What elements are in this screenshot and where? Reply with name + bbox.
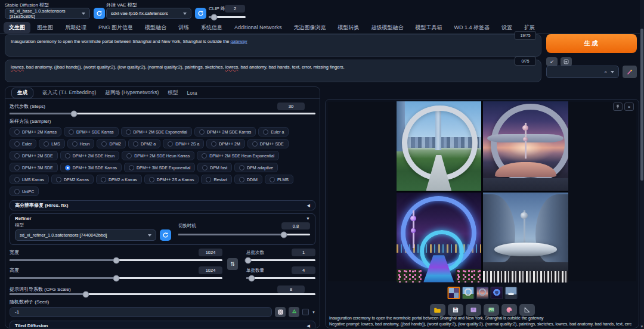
sampler-option[interactable]: LMS Karras: [10, 175, 49, 184]
sampler-option[interactable]: DPM++ 2M SDE Heun: [60, 151, 119, 160]
seed-input[interactable]: -1: [10, 307, 272, 317]
cfg-scale-slider[interactable]: [10, 293, 315, 295]
main-tab[interactable]: WD 1.4 标签器: [449, 22, 496, 33]
generated-image-3[interactable]: [397, 193, 482, 283]
slider-handle[interactable]: [280, 231, 287, 238]
sampler-option[interactable]: Heun: [67, 139, 95, 148]
scrollbar-thumb[interactable]: [640, 29, 643, 181]
vae-model-select[interactable]: sdxl-vae-fp16-fix.safetensors: [106, 8, 191, 19]
main-tab[interactable]: 后期处理: [60, 22, 92, 33]
random-seed-button[interactable]: [275, 307, 286, 317]
main-tab[interactable]: 文生图: [4, 22, 30, 33]
prompt-input[interactable]: Inauguration ceremony to open the wormho…: [5, 35, 541, 48]
slider-handle[interactable]: [83, 291, 89, 297]
height-slider[interactable]: [10, 277, 222, 279]
seed-extra-checkbox[interactable]: [302, 309, 309, 315]
batch-size-slider[interactable]: [246, 277, 315, 279]
width-slider[interactable]: [10, 259, 222, 261]
batch-count-slider[interactable]: [246, 259, 315, 261]
main-tab[interactable]: 系统信息: [196, 22, 228, 33]
settings-tab[interactable]: 超网络 (Hypernetworks): [105, 89, 159, 97]
clip-skip-slider[interactable]: [209, 16, 246, 18]
sampler-option[interactable]: DPM++ 2M SDE Heun Karras: [122, 151, 194, 160]
gallery-thumbnail[interactable]: [447, 287, 460, 299]
main-tab[interactable]: 模型转换: [333, 22, 365, 33]
sd-model-select[interactable]: sd_xl_base_1.0.safetensors [31e35c80fc]: [5, 8, 90, 19]
switch-at-value[interactable]: 0.8: [281, 222, 310, 229]
refresh-refiner-button[interactable]: [160, 229, 171, 241]
sampler-option[interactable]: DPM2 Karras: [51, 175, 94, 184]
slider-handle[interactable]: [210, 14, 217, 20]
sampler-option[interactable]: DPM2 a: [128, 139, 160, 148]
sampler-option[interactable]: DPM++ 3M SDE Exponential: [124, 163, 195, 172]
send-to-inpaint-button[interactable]: [501, 304, 517, 316]
styles-select[interactable]: ×: [546, 66, 619, 78]
main-tab[interactable]: 模型融合: [140, 22, 172, 33]
reuse-seed-button[interactable]: [289, 307, 299, 317]
settings-tab[interactable]: 嵌入式 (T.I. Embedding): [42, 89, 96, 97]
sampler-option[interactable]: Euler: [10, 139, 36, 148]
height-value[interactable]: 1024: [199, 266, 222, 274]
extension-accordion[interactable]: Tiled Diffusion ◀: [10, 321, 315, 328]
sampler-option[interactable]: DPM++ 2M SDE: [10, 151, 58, 160]
refiner-model-select[interactable]: sd_xl_refiner_1.0.safetensors [7440042bb…: [15, 229, 156, 241]
sampler-option[interactable]: DPM adaptive: [234, 163, 278, 172]
sampler-option[interactable]: Euler a: [258, 127, 289, 136]
close-gallery-button[interactable]: ×: [624, 103, 634, 111]
settings-tab[interactable]: 模型: [168, 89, 178, 97]
send-to-extras-button[interactable]: [519, 304, 535, 316]
batch-size-value[interactable]: 4: [292, 266, 315, 274]
sampler-option[interactable]: UniPC: [10, 187, 39, 196]
slider-handle[interactable]: [113, 275, 119, 281]
width-value[interactable]: 1024: [199, 249, 222, 256]
generated-image-2[interactable]: [483, 101, 568, 191]
main-tab[interactable]: 模型工具箱: [410, 22, 448, 33]
main-tab[interactable]: 图生图: [32, 22, 58, 33]
main-tab[interactable]: PNG 图片信息: [93, 22, 138, 33]
clip-skip-value[interactable]: 2: [225, 5, 245, 13]
hires-fix-accordion[interactable]: 高分辨率修复 (Hires. fix) ◀: [10, 200, 315, 210]
sampler-option[interactable]: DPM++ SDE: [247, 139, 289, 148]
settings-tab[interactable]: 生成: [11, 88, 33, 98]
generated-image-1[interactable]: [397, 101, 482, 191]
generate-button[interactable]: 生成: [546, 34, 637, 53]
gallery-thumbnail[interactable]: [490, 287, 503, 299]
sampler-option[interactable]: DPM++ 2M SDE Karras: [194, 127, 256, 136]
save-zip-button[interactable]: [466, 304, 481, 316]
sampler-option[interactable]: DPM fast: [197, 163, 232, 172]
send-to-img2img-button[interactable]: [484, 304, 499, 316]
refresh-vae-button[interactable]: [195, 8, 206, 19]
main-tab[interactable]: 训练: [173, 22, 194, 33]
sampler-option[interactable]: DDIM: [234, 175, 262, 184]
batch-count-value[interactable]: 1: [292, 249, 315, 256]
negative-prompt-input[interactable]: lowres, bad anatomy, ((bad hands)), (wor…: [5, 60, 541, 74]
extra-networks-button[interactable]: [561, 57, 572, 66]
sampler-option[interactable]: DPM++ 2S a Karras: [144, 175, 199, 184]
sampler-option[interactable]: DPM2: [97, 139, 125, 148]
switch-at-slider[interactable]: [178, 234, 310, 235]
paste-params-button[interactable]: ↙: [546, 57, 558, 66]
gallery-thumbnail[interactable]: [462, 287, 474, 299]
page-scrollbar[interactable]: ▼: [640, 0, 644, 329]
sampler-option[interactable]: DPM2 a Karras: [96, 175, 142, 184]
sampler-option[interactable]: DPM++ 2M: [206, 139, 244, 148]
scrollbar-down-arrow[interactable]: ▼: [640, 325, 644, 328]
slider-handle[interactable]: [70, 110, 77, 117]
main-tab[interactable]: 无边图像浏览: [289, 22, 332, 33]
save-button[interactable]: [448, 304, 463, 316]
swap-dimensions-button[interactable]: ⇅: [227, 258, 238, 270]
main-tab[interactable]: 超级模型融合: [366, 22, 409, 33]
sampler-option[interactable]: DPM++ 3M SDE Karras: [60, 163, 122, 172]
generated-image-4[interactable]: [483, 193, 568, 283]
sampler-option[interactable]: DPM++ 2M SDE Exponential: [121, 127, 192, 136]
sampler-option[interactable]: PLMS: [265, 175, 293, 184]
open-folder-button[interactable]: [430, 304, 445, 316]
clear-styles-icon[interactable]: ×: [604, 69, 607, 75]
steps-value[interactable]: 30: [277, 103, 305, 110]
sampler-option[interactable]: DPM++ 3M SDE: [10, 163, 58, 172]
edit-styles-button[interactable]: [623, 66, 637, 78]
slider-handle[interactable]: [113, 257, 119, 263]
refresh-sd-model-button[interactable]: [94, 8, 105, 19]
sampler-option[interactable]: DPM++ 2M SDE Heun Exponential: [197, 151, 279, 160]
main-tab[interactable]: Additional Networks: [229, 23, 287, 32]
